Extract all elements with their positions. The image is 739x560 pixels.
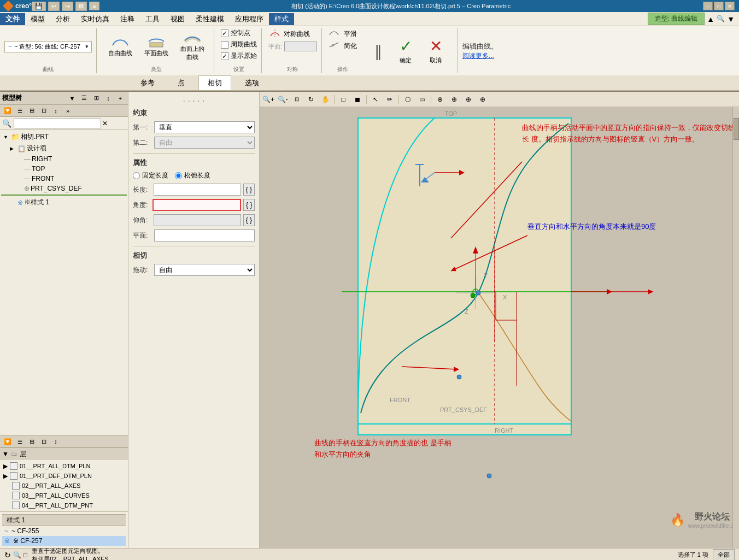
read-more-link[interactable]: 阅读更多... — [462, 51, 498, 61]
tree-icon-6[interactable]: » — [62, 106, 73, 116]
menu-file[interactable]: 文件 — [0, 13, 25, 25]
pause-btn[interactable]: ‖ — [368, 28, 389, 73]
spin-btn[interactable]: ↻ — [304, 93, 318, 105]
plane-input[interactable]: TOP:F2(基准平面) — [154, 229, 255, 241]
curve-dropdown[interactable]: ~ ~ 造型: 56: 曲线: CF-257 — [4, 41, 92, 52]
menu-style[interactable]: 样式 — [269, 13, 294, 25]
cancel-btn[interactable]: ✕ 取消 — [423, 28, 449, 73]
sketch-btn[interactable]: ✏ — [383, 93, 396, 105]
nav-btn-search[interactable]: 🔍 — [717, 15, 725, 23]
length-bracket-btn[interactable]: { } — [243, 184, 255, 196]
period-curve-btn[interactable]: 周期曲线 — [221, 40, 257, 49]
tree-front-item[interactable]: — FRONT — [1, 174, 127, 184]
menu-annotation[interactable]: 注释 — [115, 13, 140, 25]
tree-style-item[interactable]: ※ ※样式 1 — [1, 197, 127, 208]
layer-header[interactable]: ▼ 🗂 层 — [0, 448, 128, 460]
layer-item-0[interactable]: ▶ 01__PRT_ALL_DTM_PLN — [1, 461, 127, 471]
st-icon-5[interactable]: ↕ — [50, 437, 61, 446]
win-minimize-btn[interactable]: – — [703, 2, 713, 10]
pan-btn[interactable]: ✋ — [319, 93, 332, 105]
search-status-icon[interactable]: 🔍 — [13, 551, 21, 559]
zoom-out-btn[interactable]: 🔍- — [276, 93, 289, 105]
tab-reference[interactable]: 参考 — [131, 75, 164, 91]
tree-icon-1[interactable]: 🔽 — [2, 106, 13, 116]
length-input[interactable]: 126.398773 — [154, 184, 241, 196]
menu-analysis[interactable]: 分析 — [50, 13, 75, 25]
wireframe-btn[interactable]: □ — [337, 93, 350, 105]
tab-point[interactable]: 点 — [168, 75, 194, 91]
st-icon-2[interactable]: ☰ — [14, 437, 25, 446]
nav-btn-down[interactable]: ▼ — [727, 15, 735, 23]
st-icon-4[interactable]: ⊡ — [38, 437, 49, 446]
box-icon[interactable]: □ — [24, 551, 27, 559]
menu-simulation[interactable]: 实时仿真 — [75, 13, 115, 25]
confirm-btn[interactable]: ✓ 确定 — [393, 28, 419, 73]
simplify-btn[interactable]: 简化 — [329, 40, 357, 51]
st-icon-1[interactable]: 🔽 — [2, 437, 13, 446]
view3d-btn[interactable]: ⬡ — [401, 93, 414, 105]
free-length-radio[interactable]: 松弛长度 — [175, 171, 210, 180]
sym-curve-btn[interactable]: 对称曲线 — [268, 28, 310, 39]
layer-item-1[interactable]: ▶ 01__PRT_DEF_DTM_PLN — [1, 471, 127, 481]
show-origin-btn[interactable]: ✓ 显示原始 — [221, 51, 257, 61]
tree-right-item[interactable]: — RIGHT — [1, 154, 127, 164]
shaded-btn[interactable]: ◼ — [351, 93, 364, 105]
st-icon-3[interactable]: ⊞ — [26, 437, 37, 446]
first-constraint-select[interactable]: 垂直 自由 相切 曲率 — [154, 121, 255, 133]
curve-cf255[interactable]: ~ ~ CF-255 — [2, 526, 126, 536]
rotate-icon[interactable]: ↻ — [4, 551, 11, 559]
more-btn4[interactable]: ⊕ — [476, 93, 489, 105]
tree-icon-2[interactable]: ☰ — [14, 106, 25, 116]
scrollbar-thumb[interactable] — [734, 118, 739, 140]
second-constraint-select[interactable]: 自由 — [154, 137, 255, 149]
menu-flex[interactable]: 柔性建模 — [190, 13, 230, 25]
tree-top-item[interactable]: — TOP — [1, 164, 127, 174]
more-btn3[interactable]: ⊕ — [462, 93, 475, 105]
select-all-btn[interactable]: 全部 — [713, 549, 735, 560]
layer-item-2[interactable]: 02__PRT_ALL_AXES — [1, 481, 127, 491]
surface-curve-btn[interactable]: 曲面上的曲线 — [175, 29, 209, 64]
more-btn1[interactable]: ⊕ — [433, 93, 447, 105]
win-close-btn[interactable]: ✕ — [725, 2, 735, 10]
filter-clear-btn[interactable]: ✕ — [102, 120, 108, 127]
tree-icon-btn[interactable]: ⊞ — [91, 93, 102, 103]
tree-icon-5[interactable]: ↕ — [50, 106, 61, 116]
menu-view[interactable]: 视图 — [165, 13, 190, 25]
menu-app[interactable]: 应用程序 — [230, 13, 269, 25]
fixed-length-radio[interactable]: 固定长度 — [133, 171, 168, 180]
tree-add-btn[interactable]: + — [115, 93, 126, 103]
select-btn[interactable]: ↖ — [369, 93, 382, 105]
fit-btn[interactable]: ⊡ — [290, 93, 303, 105]
curve-cf257[interactable]: ※ ※ CF-257 — [2, 536, 126, 546]
angle-input[interactable]: 90.000000 — [153, 199, 241, 211]
control-point-btn[interactable]: ✓ 控制点 — [221, 28, 250, 38]
tab-tangent[interactable]: 相切 — [198, 75, 231, 90]
plane-curve-btn[interactable]: 平面曲线 — [139, 33, 173, 60]
tree-root[interactable]: ▼ 📁 相切.PRT — [1, 131, 127, 143]
tree-list-btn[interactable]: ☰ — [79, 93, 90, 103]
tree-expand-btn[interactable]: ▼ — [67, 93, 78, 103]
zoom-in-btn[interactable]: 🔍+ — [262, 93, 275, 105]
tree-icon-3[interactable]: ⊞ — [26, 106, 37, 116]
tab-options[interactable]: 选项 — [236, 75, 268, 91]
angle-bracket-btn[interactable]: { } — [243, 199, 255, 211]
smooth-btn[interactable]: 平滑 — [329, 28, 357, 39]
viewport[interactable]: 🔍+ 🔍- ⊡ ↻ ✋ □ ◼ ↖ ✏ ⬡ ▭ ⊕ ⊕ ⊕ ⊕ — [260, 92, 739, 548]
tree-col-btn[interactable]: ↕ — [103, 93, 114, 103]
plane-view-btn[interactable]: ▭ — [415, 93, 429, 105]
free-curve-btn[interactable]: 自由曲线 — [103, 33, 137, 60]
nav-btn-up[interactable]: ▲ — [707, 15, 714, 23]
drag-select[interactable]: 自由 固定 — [154, 264, 255, 276]
layer-item-3[interactable]: 03__PRT_ALL_CURVES — [1, 491, 127, 500]
tree-design-item[interactable]: ▶ 📋 设计项 — [1, 143, 127, 154]
skew-bracket-btn[interactable]: { } — [243, 214, 255, 226]
layer-item-4[interactable]: 04__PRT_ALL_DTM_PNT — [1, 500, 127, 510]
menu-tools[interactable]: 工具 — [140, 13, 165, 25]
tree-csys-item[interactable]: ⊕ PRT_CSYS_DEF — [1, 184, 127, 193]
more-btn2[interactable]: ⊕ — [448, 93, 461, 105]
vertical-scrollbar[interactable] — [732, 107, 739, 548]
filter-input[interactable] — [14, 119, 101, 128]
menu-model[interactable]: 模型 — [25, 13, 50, 25]
win-maximize-btn[interactable]: □ — [714, 2, 724, 10]
tree-icon-4[interactable]: ⊡ — [38, 106, 49, 116]
